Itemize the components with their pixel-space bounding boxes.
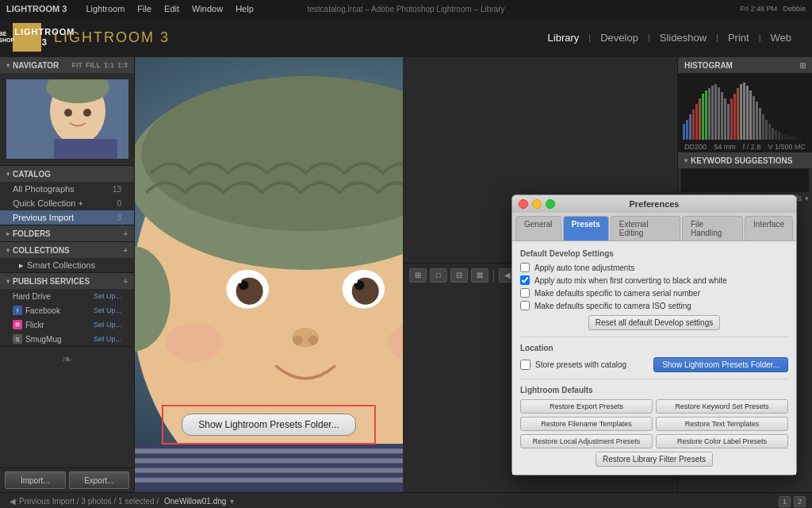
facebook-label: Facebook: [25, 306, 94, 315]
hard-drive-setup[interactable]: Set Up...: [94, 292, 121, 300]
fill-btn[interactable]: FILL: [86, 61, 101, 69]
svg-point-4: [83, 109, 91, 117]
1-3-btn[interactable]: 1:3: [117, 61, 128, 69]
catalog-all-photos[interactable]: All Photographs 13: [0, 182, 134, 196]
facebook-icon: f: [13, 306, 22, 315]
publish-add[interactable]: +: [123, 277, 128, 286]
grid-view-btn[interactable]: ⊞: [409, 268, 427, 283]
histogram-expand[interactable]: ⊞: [799, 61, 806, 70]
flickr-setup[interactable]: Set Up...: [94, 321, 121, 329]
menu-lightroom[interactable]: Lightroom: [86, 4, 124, 13]
svg-rect-38: [695, 104, 698, 140]
publish-hard-drive[interactable]: Hard Drive Set Up...: [0, 289, 134, 303]
loupe-view-btn[interactable]: □: [430, 268, 447, 283]
survey-view-btn[interactable]: ⊠: [471, 268, 488, 283]
svg-point-20: [238, 279, 242, 283]
restore-export-presets-btn[interactable]: Restore Export Presets: [520, 399, 653, 414]
svg-point-3: [64, 109, 72, 117]
prefs-tab-presets[interactable]: Presets: [563, 216, 609, 241]
folders-add[interactable]: +: [123, 229, 128, 238]
collections-add[interactable]: +: [123, 246, 128, 255]
collections-header[interactable]: ▾ Collections +: [0, 242, 134, 258]
show-presets-folder-button-overlay[interactable]: Show Lightroom Presets Folder...: [182, 414, 355, 436]
smugmug-label: SmugMug: [25, 335, 94, 344]
prefs-traffic-lights: [519, 199, 555, 209]
smart-collections[interactable]: ▸ Smart Collections: [0, 258, 134, 272]
histogram-header[interactable]: Histogram ⊞: [678, 57, 812, 73]
catalog-list: All Photographs 13 Quick Collection + 0 …: [0, 182, 134, 225]
keyword-suggestions-header[interactable]: ▾ Keyword Suggestions: [678, 152, 812, 168]
catalog-quick-collection[interactable]: Quick Collection + 0: [0, 196, 134, 210]
catalog-previous-import[interactable]: Previous Import 3: [0, 210, 134, 225]
restore-local-adj-btn[interactable]: Restore Local Adjustment Presets: [520, 434, 653, 448]
svg-rect-39: [699, 98, 701, 140]
svg-rect-42: [708, 88, 710, 140]
restore-color-label-btn[interactable]: Restore Color Label Presets: [656, 434, 788, 448]
histogram-display: DD200 54 mm f / 2.8 V 1/500 MC: [678, 73, 812, 152]
prefs-tab-general[interactable]: General: [515, 216, 561, 241]
app-logo: ADOBE PHOTOSHOP LIGHTROOM 3: [13, 23, 41, 52]
tab-slideshow[interactable]: Slideshow: [652, 29, 714, 47]
folders-header[interactable]: ▸ Folders +: [0, 225, 134, 241]
tab-web[interactable]: Web: [763, 29, 800, 47]
compare-view-btn[interactable]: ⊟: [450, 268, 468, 283]
page-2[interactable]: 2: [794, 496, 806, 507]
sep1: [493, 269, 494, 282]
navigator-thumbnail[interactable]: [6, 79, 128, 159]
page-1[interactable]: 1: [779, 496, 791, 507]
export-button[interactable]: Export...: [69, 471, 130, 489]
tab-develop[interactable]: Develop: [592, 29, 646, 47]
prefs-tab-external[interactable]: External Editing: [611, 216, 680, 241]
svg-rect-43: [711, 86, 714, 140]
auto-bw-checkbox[interactable]: [520, 275, 530, 285]
folders-triangle: ▸: [6, 230, 10, 237]
tab-print[interactable]: Print: [720, 29, 757, 47]
filmstrip-info: Previous Import / 3 photos / 1 selected …: [19, 497, 779, 506]
svg-rect-50: [733, 94, 736, 140]
filmstrip-nav-arrow[interactable]: ◀: [10, 497, 16, 506]
prefs-min-btn[interactable]: [532, 199, 542, 209]
restore-text-templates-btn[interactable]: Restore Text Templates: [656, 417, 788, 431]
menu-file[interactable]: File: [137, 4, 151, 13]
prefs-max-btn[interactable]: [546, 199, 555, 209]
svg-rect-31: [135, 478, 403, 483]
publish-smugmug[interactable]: S SmugMug Set Up...: [0, 332, 134, 346]
auto-tone-checkbox[interactable]: [520, 263, 530, 272]
filmstrip-dropdown[interactable]: ▾: [230, 497, 234, 506]
prefs-close-btn[interactable]: [519, 199, 528, 209]
reset-develop-btn[interactable]: Reset all default Develop settings: [588, 315, 720, 330]
publish-facebook[interactable]: f Facebook Set Up...: [0, 303, 134, 318]
1-1-btn[interactable]: 1:1: [104, 61, 114, 69]
svg-rect-49: [730, 98, 733, 140]
statusbar-text: testcatalog.lrcat – Adobe Photoshop Ligh…: [307, 5, 504, 13]
store-catalog-checkbox[interactable]: [520, 360, 530, 370]
smart-collections-icon: ▸: [19, 260, 24, 271]
tab-library[interactable]: Library: [540, 29, 588, 47]
facebook-setup[interactable]: Set Up...: [94, 306, 121, 314]
catalog-header[interactable]: ▾ Catalog: [0, 166, 134, 182]
show-presets-folder-button[interactable]: Show Lightroom Presets Folder...: [653, 357, 788, 372]
import-button[interactable]: Import...: [5, 471, 66, 489]
camera-serial-checkbox[interactable]: [520, 288, 530, 298]
smugmug-icon: S: [13, 334, 22, 344]
publish-header[interactable]: ▾ Publish Services +: [0, 273, 134, 289]
camera-iso-checkbox[interactable]: [520, 301, 530, 310]
restore-library-filter-container: Restore Library Filter Presets: [520, 452, 788, 467]
smugmug-setup[interactable]: Set Up...: [94, 335, 121, 343]
window-title: testcatalog.lrcat – Adobe Photoshop Ligh…: [159, 0, 653, 17]
svg-rect-65: [781, 133, 783, 140]
restore-filename-templates-btn[interactable]: Restore Filename Templates: [520, 417, 653, 431]
filmstrip-filename: OneWillow01.dng: [164, 497, 226, 506]
svg-rect-47: [724, 98, 726, 140]
publish-flickr[interactable]: ✿ Flickr Set Up...: [0, 318, 134, 332]
restore-keyword-set-btn[interactable]: Restore Keyword Set Presets: [656, 399, 788, 414]
fit-btn[interactable]: FIT: [71, 61, 82, 69]
restore-library-filter-btn[interactable]: Restore Library Filter Presets: [596, 452, 713, 467]
prefs-tab-filehandling[interactable]: File Handling: [682, 216, 743, 241]
hist-shutter: V 1/500 MC: [768, 143, 806, 151]
prefs-tab-interface[interactable]: Interface: [745, 216, 793, 241]
navigator-header[interactable]: ▾ Navigator FIT FILL 1:1 1:3: [0, 57, 134, 73]
keyword-set-arrow[interactable]: ▾: [805, 194, 809, 202]
checkbox-auto-bw: Apply auto mix when first converting to …: [520, 275, 788, 285]
panel-actions: Import... Export...: [0, 468, 134, 492]
